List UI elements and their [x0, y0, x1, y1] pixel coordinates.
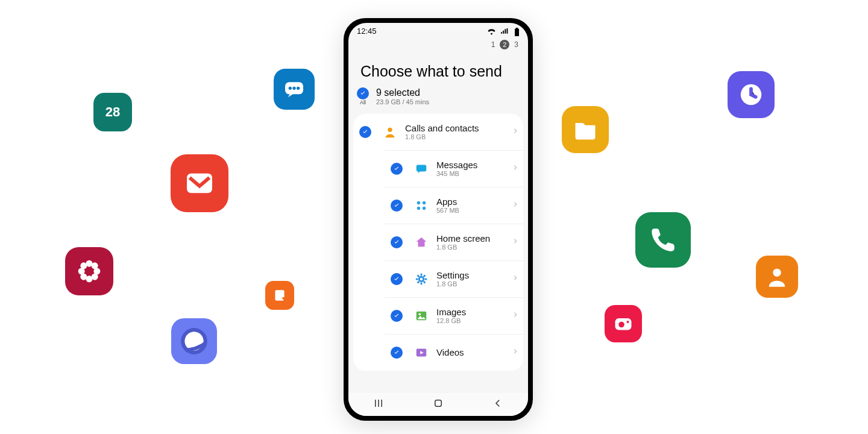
- category-list: Calls and contacts 1.8 GB Messages 345 M…: [353, 114, 523, 371]
- select-all-button[interactable]: All: [357, 87, 369, 105]
- category-row-settings[interactable]: Settings 1.8 GB: [385, 260, 523, 297]
- signal-icon: [500, 28, 509, 35]
- category-row-messages[interactable]: Messages 345 MB: [385, 150, 523, 187]
- mail-icon: [171, 154, 228, 212]
- svg-point-20: [627, 321, 629, 323]
- clock-icon: [728, 71, 775, 118]
- row-check-icon[interactable]: [359, 126, 371, 138]
- selected-detail: 23.9 GB / 45 mins: [376, 98, 429, 105]
- selection-summary: All 9 selected 23.9 GB / 45 mins: [348, 87, 528, 114]
- calendar-icon: 28: [93, 93, 132, 131]
- row-check-icon[interactable]: [391, 273, 403, 285]
- svg-point-2: [292, 87, 295, 90]
- chevron-right-icon: [512, 274, 518, 285]
- row-title: Settings: [436, 270, 512, 280]
- chevron-right-icon: [512, 200, 518, 211]
- settings-icon: [414, 271, 429, 287]
- status-time: 12:45: [357, 27, 377, 36]
- svg-point-9: [80, 262, 87, 269]
- svg-rect-22: [417, 165, 427, 171]
- back-button[interactable]: [492, 398, 503, 412]
- svg-point-3: [297, 87, 300, 90]
- row-check-icon[interactable]: [391, 163, 403, 175]
- home-icon: [414, 234, 429, 250]
- row-title: Images: [436, 307, 512, 317]
- wizard-stepper: 1 2 3: [348, 37, 528, 52]
- row-size: 1.8 GB: [436, 280, 512, 288]
- svg-point-24: [423, 201, 426, 204]
- row-size: 12.8 GB: [436, 317, 512, 324]
- camera-icon: [605, 305, 642, 342]
- chevron-right-icon: [512, 237, 518, 248]
- messages-icon: [414, 161, 429, 177]
- row-title: Home screen: [436, 233, 512, 244]
- svg-point-19: [618, 322, 624, 328]
- apps-icon: [414, 198, 429, 213]
- step-2-current[interactable]: 2: [500, 40, 509, 49]
- android-nav-bar: [348, 393, 528, 416]
- svg-point-23: [417, 201, 421, 204]
- browser-icon: [171, 318, 217, 364]
- chevron-right-icon: [512, 347, 518, 358]
- svg-point-11: [80, 274, 87, 280]
- row-title: Messages: [436, 160, 512, 170]
- step-1[interactable]: 1: [491, 40, 495, 49]
- row-size: 567 MB: [436, 207, 512, 214]
- svg-point-21: [388, 127, 392, 131]
- row-title: Videos: [436, 347, 512, 357]
- canvas: 28 12:45 1 2 3 Choose what to send: [0, 0, 868, 434]
- videos-icon: [414, 345, 429, 360]
- svg-point-17: [773, 269, 781, 277]
- row-check-icon[interactable]: [391, 310, 403, 322]
- svg-point-29: [418, 313, 421, 315]
- files-icon: [562, 106, 609, 153]
- svg-point-1: [289, 87, 292, 90]
- chevron-right-icon: [512, 127, 518, 137]
- svg-point-27: [419, 277, 423, 281]
- svg-rect-31: [435, 400, 442, 406]
- category-row-images[interactable]: Images 12.8 GB: [385, 297, 523, 334]
- all-label: All: [360, 99, 366, 105]
- category-row-contact[interactable]: Calls and contacts 1.8 GB: [353, 114, 523, 150]
- row-title: Calls and contacts: [405, 123, 512, 133]
- images-icon: [414, 308, 429, 324]
- selected-count: 9 selected: [376, 87, 429, 98]
- svg-point-26: [423, 206, 426, 210]
- row-size: 1.8 GB: [436, 244, 512, 251]
- row-check-icon[interactable]: [391, 347, 403, 359]
- row-size: 1.8 GB: [405, 133, 512, 140]
- phone-screen: 12:45 1 2 3 Choose what to send Al: [348, 23, 528, 416]
- phone-device: 12:45 1 2 3 Choose what to send Al: [344, 18, 533, 421]
- page-title: Choose what to send: [348, 52, 528, 87]
- svg-point-12: [92, 274, 98, 280]
- contact-icon: [382, 124, 398, 140]
- category-row-videos[interactable]: Videos: [385, 334, 523, 371]
- status-icons: [485, 27, 520, 36]
- chevron-right-icon: [512, 163, 518, 174]
- chevron-right-icon: [512, 310, 518, 321]
- row-title: Apps: [436, 197, 512, 207]
- wifi-icon: [487, 28, 496, 35]
- category-row-home[interactable]: Home screen 1.8 GB: [385, 224, 523, 260]
- svg-point-25: [417, 206, 421, 210]
- chat-icon: [274, 69, 315, 110]
- home-button[interactable]: [433, 398, 444, 412]
- notes-icon: [265, 281, 294, 310]
- category-row-apps[interactable]: Apps 567 MB: [385, 187, 523, 224]
- svg-point-10: [92, 262, 98, 269]
- recents-button[interactable]: [373, 398, 384, 412]
- check-icon: [357, 87, 369, 99]
- status-bar: 12:45: [348, 23, 528, 37]
- phone-icon: [635, 212, 691, 268]
- svg-rect-4: [187, 174, 212, 193]
- row-size: 345 MB: [436, 170, 512, 177]
- contacts-bubble-icon: [756, 256, 798, 298]
- battery-icon: [514, 28, 520, 36]
- gallery-icon: [65, 247, 113, 295]
- row-check-icon[interactable]: [391, 200, 403, 212]
- row-check-icon[interactable]: [391, 236, 403, 248]
- step-3[interactable]: 3: [514, 40, 518, 49]
